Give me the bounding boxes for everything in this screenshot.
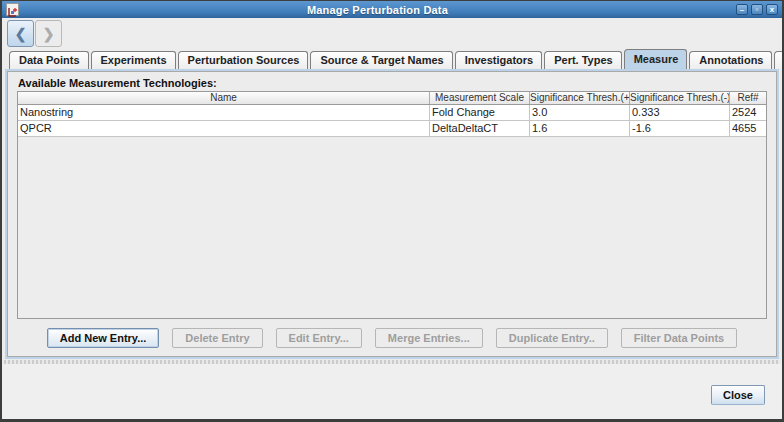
column-header-significance-thresh-plus: Significance Thresh.(+) — [529, 92, 629, 104]
close-icon[interactable]: x — [766, 4, 778, 15]
column-header-significance-thresh-minus: Significance Thresh.(-) — [629, 92, 729, 104]
cell-name[interactable]: Nanostring — [18, 105, 429, 120]
cell-ref[interactable]: 2524 — [729, 105, 766, 120]
cell-sig-thresh-plus[interactable]: 1.6 — [529, 121, 629, 136]
filter-data-points-button: Filter Data Points — [621, 328, 737, 348]
measurement-table: Name Measurement Scale Significance Thre… — [17, 91, 767, 319]
cell-measurement-scale[interactable]: Fold Change — [429, 105, 529, 120]
window-title: Manage Perturbation Data — [19, 4, 736, 16]
available-technologies-label: Available Measurement Technologies: — [18, 77, 217, 89]
footer-panel: Close — [2, 364, 782, 419]
tab-experiments[interactable]: Experiments — [91, 51, 176, 69]
cell-measurement-scale[interactable]: DeltaDeltaCT — [429, 121, 529, 136]
measure-tab-panel: Available Measurement Technologies: Name… — [5, 69, 779, 359]
measure-tab-panel-inner: Available Measurement Technologies: Name… — [8, 72, 776, 356]
close-button[interactable]: Close — [711, 385, 765, 405]
edit-entry-button: Edit Entry... — [276, 328, 362, 348]
duplicate-entry-button: Duplicate Entry.. — [496, 328, 608, 348]
cell-sig-thresh-minus[interactable]: -1.6 — [629, 121, 729, 136]
merge-entries-button: Merge Entries... — [375, 328, 483, 348]
tab-strip: Data Points Experiments Perturbation Sou… — [9, 49, 784, 69]
nav-toolbar: ❮ ❯ — [2, 18, 782, 49]
cell-sig-thresh-minus[interactable]: 0.333 — [629, 105, 729, 120]
tab-perturbation-sources[interactable]: Perturbation Sources — [178, 51, 309, 69]
table-row[interactable]: Nanostring Fold Change 3.0 0.333 2524 — [18, 105, 766, 121]
cell-name[interactable]: QPCR — [18, 121, 429, 136]
app-icon — [6, 3, 19, 16]
tab-measure[interactable]: Measure — [624, 49, 688, 69]
tab-annotations[interactable]: Annotations — [689, 51, 772, 69]
back-arrow-icon: ❮ — [15, 26, 27, 42]
window-controls: – ▫ x — [736, 4, 778, 15]
minimize-icon[interactable]: – — [736, 4, 748, 15]
tab-source-target-names[interactable]: Source & Target Names — [310, 51, 452, 69]
tab-conditions-controls[interactable]: Conditions & Controls — [774, 51, 784, 69]
column-header-measurement-scale: Measurement Scale — [429, 92, 529, 104]
entry-actions: Add New Entry... Delete Entry Edit Entry… — [8, 328, 776, 348]
forward-button: ❯ — [35, 20, 62, 47]
manage-perturbation-data-window: Manage Perturbation Data – ▫ x ❮ ❯ Data … — [0, 0, 784, 422]
delete-entry-button: Delete Entry — [172, 328, 262, 348]
add-new-entry-button[interactable]: Add New Entry... — [47, 328, 160, 348]
cell-ref[interactable]: 4655 — [729, 121, 766, 136]
forward-arrow-icon: ❯ — [43, 26, 55, 42]
column-header-name: Name — [18, 92, 429, 104]
tab-investigators[interactable]: Investigators — [455, 51, 542, 69]
title-bar: Manage Perturbation Data – ▫ x — [2, 1, 782, 18]
table-row[interactable]: QPCR DeltaDeltaCT 1.6 -1.6 4655 — [18, 121, 766, 137]
tab-pert-types[interactable]: Pert. Types — [544, 51, 622, 69]
tab-data-points[interactable]: Data Points — [9, 51, 89, 69]
cell-sig-thresh-plus[interactable]: 3.0 — [529, 105, 629, 120]
back-button[interactable]: ❮ — [7, 20, 34, 47]
column-header-ref: Ref# — [729, 92, 766, 104]
maximize-icon[interactable]: ▫ — [751, 4, 763, 15]
table-header-row: Name Measurement Scale Significance Thre… — [18, 92, 766, 105]
